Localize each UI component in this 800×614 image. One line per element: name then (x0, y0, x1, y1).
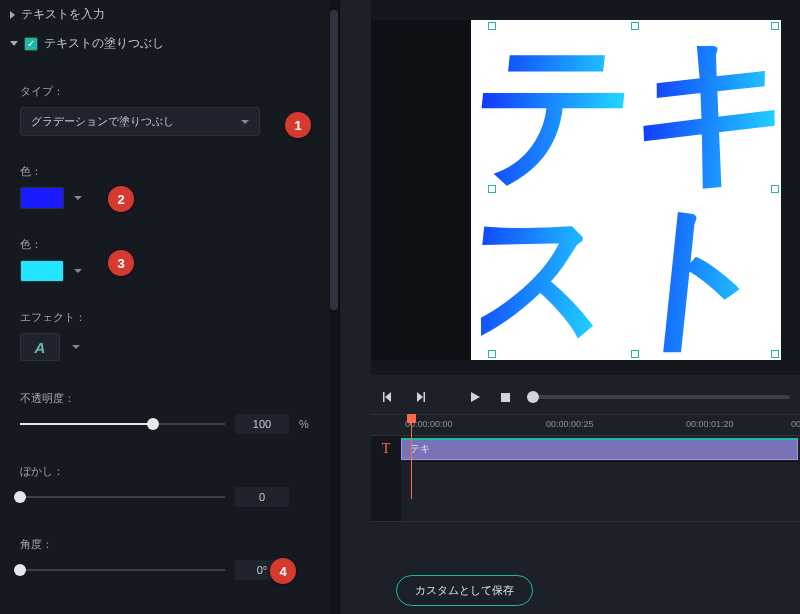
text-clip[interactable]: テキ (401, 438, 798, 460)
chevron-down-icon (74, 196, 82, 200)
chevron-right-icon (10, 11, 15, 19)
effect-dropdown[interactable] (68, 336, 84, 358)
text-preview: テ キ ス ト (481, 30, 781, 360)
selection-handle[interactable] (771, 22, 779, 30)
annotation-badge-3: 3 (108, 250, 134, 276)
canvas-background-dark (371, 20, 471, 360)
text-fill-label: テキストの塗りつぶし (44, 35, 164, 52)
playhead-handle[interactable] (407, 414, 416, 423)
chevron-down-icon (74, 269, 82, 273)
color2-swatch[interactable] (20, 260, 64, 282)
annotation-badge-4: 4 (270, 558, 296, 584)
opacity-label: 不透明度： (20, 391, 319, 406)
annotation-badge-1: 1 (285, 112, 311, 138)
angle-label: 角度： (20, 537, 319, 552)
fill-checkbox[interactable]: ✓ (24, 37, 38, 51)
stop-button[interactable] (497, 389, 513, 405)
color2-label: 色： (20, 237, 319, 252)
svg-text:ト: ト (606, 185, 781, 360)
scrollbar-thumb[interactable] (330, 10, 338, 310)
text-input-label: テキストを入力 (21, 6, 105, 23)
text-input-section[interactable]: テキストを入力 (0, 0, 339, 29)
prev-frame-button[interactable] (381, 389, 397, 405)
color1-dropdown[interactable] (70, 187, 86, 209)
blur-label: ぼかし： (20, 464, 319, 479)
properties-panel: テキストを入力 ✓ テキストの塗りつぶし タイプ： グラデーションで塗りつぶし … (0, 0, 340, 614)
color2-dropdown[interactable] (70, 260, 86, 282)
selection-handle[interactable] (488, 350, 496, 358)
blur-slider[interactable] (20, 496, 225, 498)
opacity-unit: % (299, 418, 319, 430)
chevron-down-icon (72, 345, 80, 349)
time-tick: 00:00:00:25 (546, 419, 594, 429)
svg-rect-6 (501, 393, 510, 402)
play-button[interactable] (467, 389, 483, 405)
opacity-value[interactable]: 100 (235, 414, 289, 434)
panel-scrollbar[interactable] (329, 0, 339, 614)
svg-text:キ: キ (623, 30, 781, 199)
effect-label: エフェクト： (20, 310, 319, 325)
text-fill-section[interactable]: ✓ テキストの塗りつぶし (0, 29, 339, 58)
type-label: タイプ： (20, 84, 319, 99)
time-ruler[interactable]: 00:00:00:00 00:00:00:25 00:00:01:20 00:0… (371, 414, 800, 436)
color1-swatch[interactable] (20, 187, 64, 209)
selection-handle[interactable] (771, 185, 779, 193)
next-frame-button[interactable] (411, 389, 427, 405)
playhead[interactable] (411, 414, 412, 499)
text-track[interactable]: T テキ (371, 436, 800, 462)
selection-handle[interactable] (631, 22, 639, 30)
preview-canvas[interactable]: テ キ ス ト (371, 0, 800, 375)
empty-track[interactable] (371, 462, 800, 522)
time-tick: 00:00:01:20 (686, 419, 734, 429)
chevron-down-icon (241, 120, 249, 124)
opacity-slider[interactable] (20, 423, 225, 425)
svg-rect-4 (383, 392, 385, 402)
selection-handle[interactable] (488, 22, 496, 30)
angle-slider[interactable] (20, 569, 225, 571)
svg-text:テ: テ (481, 30, 646, 199)
preview-and-timeline: テ キ ス ト 00:00:00 (341, 0, 800, 614)
chevron-down-icon (10, 41, 18, 46)
text-track-icon: T (371, 436, 401, 462)
svg-text:ス: ス (481, 185, 628, 360)
timeline: 00:00:00:00 00:00:00:25 00:00:01:20 00:0… (371, 414, 800, 554)
time-tick: 00:00 (791, 419, 800, 429)
blur-value[interactable]: 0 (235, 487, 289, 507)
clip-label: テキ (410, 442, 430, 456)
selection-handle[interactable] (488, 185, 496, 193)
color1-label: 色： (20, 164, 319, 179)
seek-thumb[interactable] (527, 391, 539, 403)
annotation-badge-2: 2 (108, 186, 134, 212)
selection-handle[interactable] (771, 350, 779, 358)
playback-controls (371, 382, 800, 412)
fill-type-dropdown[interactable]: グラデーションで塗りつぶし (20, 107, 260, 136)
effect-preview[interactable]: A (20, 333, 60, 361)
save-custom-button[interactable]: カスタムとして保存 (396, 575, 533, 606)
selection-handle[interactable] (631, 350, 639, 358)
fill-type-value: グラデーションで塗りつぶし (31, 114, 174, 129)
seek-bar[interactable] (527, 395, 790, 399)
svg-rect-5 (424, 392, 426, 402)
